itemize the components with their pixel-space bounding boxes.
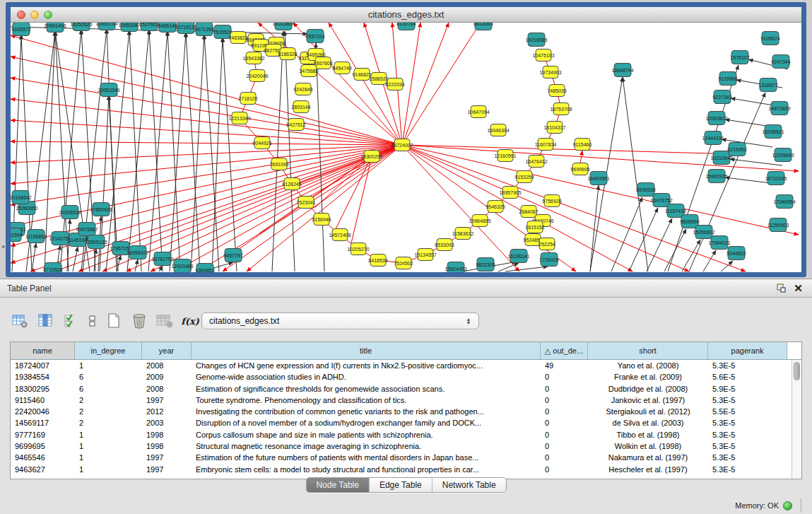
graph-node-label: 9369853: [195, 268, 214, 273]
select-all-icon[interactable]: [61, 312, 82, 330]
table-row[interactable]: 1938455462009Genome-wide association stu…: [11, 371, 801, 382]
table-row[interactable]: 911546021997Tourette syndrome. Phenomeno…: [11, 395, 801, 406]
table-cell: Changes of HCN gene expression and I(f) …: [192, 360, 541, 371]
column-header-outde[interactable]: △ out_de...: [541, 342, 588, 359]
close-window-button[interactable]: [17, 11, 25, 19]
float-panel-icon[interactable]: [775, 283, 787, 294]
graph-node-label: 3475685: [299, 69, 318, 74]
table-row[interactable]: 1830029562008Estimation of significance …: [11, 383, 801, 395]
table-cell: Wolkin et al. (1998): [588, 440, 708, 452]
table-row[interactable]: 946554611997Estimation of the future num…: [11, 452, 801, 463]
table-selector-value: citations_edges.txt: [209, 316, 461, 326]
function-builder-icon[interactable]: f(x): [180, 312, 201, 330]
table-body: 1872400712008Changes of HCN gene express…: [11, 360, 801, 479]
network-view-window: citations_edges.txt 49355722069140616252…: [6, 2, 806, 277]
graph-node-label: 7857224: [305, 34, 324, 39]
graph-node-label: 20053346: [98, 88, 119, 93]
graph-node-label: 9227343: [712, 95, 731, 100]
table-cell: 2: [75, 417, 142, 428]
tab-network-table[interactable]: Network Table: [433, 478, 506, 492]
column-header-title[interactable]: title: [192, 342, 541, 359]
graph-edge: [505, 267, 548, 271]
delete-table-icon[interactable]: [129, 312, 150, 330]
graph-node-label: 15824453: [445, 267, 466, 271]
close-panel-icon[interactable]: ✕: [793, 283, 804, 293]
graph-node-label: 9546325: [486, 204, 505, 209]
graph-node-label: 16252626: [70, 23, 92, 27]
table-row[interactable]: 946362711997Embryonic stem cells: a mode…: [11, 464, 801, 475]
table-cell: Investigating the contribution of common…: [192, 406, 541, 417]
graph-node-label: 9044926: [252, 141, 271, 146]
graph-node-label: 7524502: [394, 261, 413, 266]
graph-edge: [611, 197, 642, 271]
table-row[interactable]: 1456911722003Disruption of a novel membe…: [11, 417, 801, 428]
table-row[interactable]: 2242004622012Investigating the contribut…: [11, 406, 801, 417]
column-header-short[interactable]: short: [588, 342, 708, 359]
network-canvas-area[interactable]: 4935572206914061625262610953754106532871…: [11, 23, 801, 272]
column-header-indegree[interactable]: in_degree: [75, 342, 142, 359]
tab-node-table[interactable]: Node Table: [306, 478, 370, 492]
graph-node-label: 10198642: [11, 195, 32, 200]
table-row[interactable]: 969969511998Structural magnetic resonanc…: [11, 440, 801, 452]
column-header-year[interactable]: year: [142, 342, 192, 359]
graph-node-label: 8130764: [396, 23, 416, 26]
graph-node-label: 2803144: [291, 105, 310, 110]
graph-node-label: 10653287: [118, 23, 140, 28]
table-cell: 0: [541, 452, 588, 463]
table-cell: 2009: [142, 371, 192, 382]
vertical-scrollbar[interactable]: [792, 360, 801, 479]
new-table-icon[interactable]: [103, 312, 124, 330]
scrollbar-thumb[interactable]: [794, 362, 800, 380]
graph-edge: [402, 23, 420, 145]
select-columns-icon[interactable]: [35, 312, 57, 330]
table-settings-icon[interactable]: [10, 312, 31, 330]
table-cell: Nakamura et al. (1997): [588, 452, 708, 463]
graph-node-label: 18724007: [391, 143, 413, 148]
memory-indicator[interactable]: [783, 501, 792, 510]
graph-node-label: 252254: [539, 242, 555, 247]
graph-node-label: 10475103: [532, 53, 554, 58]
graph-edge: [272, 31, 283, 271]
table-cell: 5.3E-5: [708, 417, 787, 428]
table-cell: 0: [541, 395, 588, 406]
table-cell: 1: [75, 464, 142, 475]
minimize-window-button[interactable]: [30, 11, 39, 19]
graph-edge: [223, 37, 237, 271]
table-cell: 1: [75, 360, 142, 371]
graph-edge: [127, 30, 149, 271]
status-bar: Memory: OK: [735, 497, 812, 514]
graph-nodes[interactable]: 4935572206914061625262610953754106532871…: [11, 23, 796, 272]
table-row[interactable]: 977716911998Corpus callosum shape and si…: [11, 429, 801, 440]
table-row[interactable]: 1872400712008Changes of HCN gene express…: [11, 360, 801, 371]
graph-node-label: 25260650: [16, 206, 37, 211]
graph-node-label: 8215953: [727, 147, 746, 152]
graph-node-label: 1316877: [758, 83, 777, 88]
table-selector[interactable]: citations_edges.txt ▲▼: [201, 313, 479, 329]
graph-node-label: 11157436: [665, 209, 686, 214]
graph-node-label: 7463822: [228, 35, 247, 40]
graph-edge: [11, 120, 402, 145]
tab-edge-table[interactable]: Edge Table: [370, 478, 433, 492]
graph-node-label: 16476412: [525, 159, 547, 164]
collapsed-panel-handle[interactable]: ◂: [0, 242, 6, 252]
table-cell: 9699695: [11, 440, 75, 452]
import-table-icon[interactable]: [154, 312, 175, 330]
memory-status-label: Memory: OK: [735, 501, 779, 510]
graph-node-label: 14872839: [768, 106, 790, 111]
graph-node-label: 8939538: [636, 187, 655, 192]
graph-node-label: 18300295: [360, 154, 382, 159]
column-header-name[interactable]: name: [11, 342, 75, 359]
table-cell: 9115460: [11, 395, 75, 406]
graph-node-label: 11156863: [25, 234, 47, 239]
graph-edge: [170, 33, 186, 271]
network-window-titlebar[interactable]: citations_edges.txt: [11, 7, 801, 23]
column-header-pagerank[interactable]: pagerank: [708, 342, 787, 359]
graph-node-label: 4935572: [11, 27, 30, 32]
graph-edge: [32, 243, 36, 271]
graph-node-label: 2718120: [238, 96, 257, 101]
table-cell: 1997: [142, 452, 192, 463]
table-cell: Franke et al. (2009): [588, 371, 708, 382]
zoom-window-button[interactable]: [44, 11, 52, 19]
rows-icon[interactable]: [86, 312, 99, 330]
graph-node-label: 11250903: [767, 223, 789, 228]
